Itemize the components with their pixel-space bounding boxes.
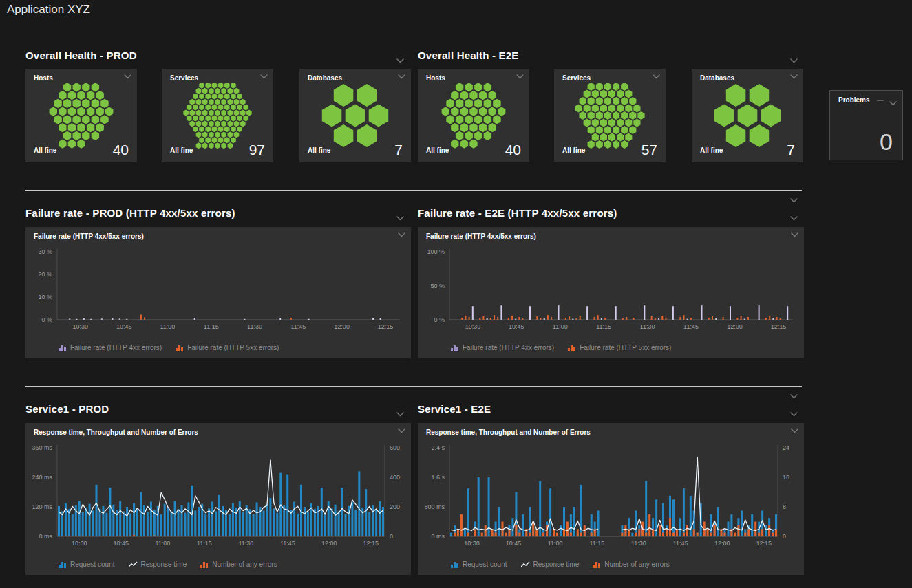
health-tile-hosts-e2e[interactable]: HostsAll fine40 <box>418 69 529 162</box>
chevron-down-icon[interactable] <box>790 193 798 206</box>
legend-item[interactable]: Request count <box>451 560 507 568</box>
legend-item[interactable]: Failure rate (HTTP 4xx errors) <box>451 344 554 351</box>
bar-series-icon <box>451 561 459 568</box>
chevron-down-icon[interactable] <box>790 54 798 66</box>
axis-label: 11:00 <box>155 540 170 547</box>
chevron-down-icon[interactable] <box>653 74 660 79</box>
line-series-icon <box>129 561 138 568</box>
chart-title: Failure rate (HTTP 4xx/5xx errors) <box>34 232 144 240</box>
chevron-down-icon[interactable] <box>791 232 798 237</box>
chevron-down-icon[interactable] <box>889 96 897 109</box>
chart-title: Response time, Throughput and Number of … <box>426 428 591 436</box>
bar-series-icon <box>59 561 67 568</box>
axis-label: 0 ms <box>39 533 52 540</box>
tile-status: All fine <box>562 146 585 154</box>
axis-label: 12:00 <box>714 540 730 547</box>
chart-tile-failure-e2e[interactable]: Failure rate (HTTP 4xx/5xx errors)0 %50 … <box>418 227 804 358</box>
chart-legend: Failure rate (HTTP 4xx errors)Failure ra… <box>451 344 671 351</box>
legend-item[interactable]: Number of any errors <box>593 560 669 568</box>
chevron-down-icon[interactable] <box>124 74 131 79</box>
legend-item[interactable]: Request count <box>59 560 115 568</box>
axis-label: 10:45 <box>506 540 522 547</box>
legend-item[interactable]: Number of any errors <box>200 560 277 568</box>
chevron-down-icon[interactable] <box>790 211 798 224</box>
legend-item[interactable]: Response time <box>521 560 580 568</box>
tile-status: All fine <box>170 146 193 154</box>
axis-label: 11:00 <box>160 323 176 330</box>
tile-status: All fine <box>700 146 723 154</box>
health-tile-databases-e2e[interactable]: DatabasesAll fine7 <box>692 69 803 162</box>
chevron-down-icon[interactable] <box>791 428 798 433</box>
chevron-down-icon[interactable] <box>396 54 404 66</box>
chart-tile-service-prod[interactable]: Response time, Throughput and Number of … <box>25 423 411 575</box>
axis-label: 10:30 <box>465 323 481 330</box>
axis-label: 8 <box>783 503 786 510</box>
axis-label: 12:00 <box>727 323 743 330</box>
axis-label: 11:30 <box>640 323 655 330</box>
bar-series-icon <box>568 345 576 351</box>
axis-label: 10 % <box>38 294 52 301</box>
axis-label: 2.4 s <box>431 444 445 451</box>
chevron-down-icon[interactable] <box>260 74 268 79</box>
tile-status: All fine <box>308 146 330 154</box>
legend-item[interactable]: Failure rate (HTTP 4xx errors) <box>59 344 162 351</box>
chevron-down-icon[interactable] <box>398 232 405 237</box>
legend-item[interactable]: Failure rate (HTTP 5xx errors) <box>568 344 671 351</box>
chevron-down-icon[interactable] <box>790 216 798 221</box>
chevron-down-icon[interactable] <box>396 216 404 221</box>
chevron-down-icon[interactable] <box>396 407 404 420</box>
chevron-down-icon[interactable] <box>889 101 897 106</box>
chevron-down-icon[interactable] <box>790 412 798 417</box>
bar-series-icon <box>200 561 209 568</box>
axis-label: 10:30 <box>464 540 480 547</box>
chevron-down-icon[interactable] <box>516 74 524 79</box>
tile-count: 57 <box>641 142 657 158</box>
problems-dash <box>877 100 884 101</box>
chart-plot-area: 0 %10 %20 %30 %10:3010:4511:0011:1511:30… <box>25 245 411 336</box>
chevron-down-icon[interactable] <box>396 211 404 224</box>
axis-label: 12:15 <box>363 540 379 547</box>
axis-label: 120 ms <box>32 503 52 510</box>
health-tile-services-prod[interactable]: ServicesAll fine97 <box>162 69 273 162</box>
problems-tile[interactable]: Problems 0 <box>829 90 903 160</box>
axis-label: 10:45 <box>509 323 524 330</box>
axis-label: 24 <box>783 444 789 451</box>
axis-label: 11:45 <box>280 540 295 547</box>
chart-tile-service-e2e[interactable]: Response time, Throughput and Number of … <box>418 423 804 575</box>
section-divider <box>25 386 802 387</box>
chart-legend: Request countResponse timeNumber of any … <box>451 560 670 568</box>
axis-label: 16 <box>783 474 789 481</box>
chevron-down-icon[interactable] <box>398 428 405 433</box>
axis-label: 0 % <box>434 316 445 323</box>
chevron-down-icon[interactable] <box>790 198 798 203</box>
legend-item[interactable]: Failure rate (HTTP 5xx errors) <box>176 344 279 351</box>
chart-plot-area: 0 %50 %100 %10:3010:4511:0011:1511:3011:… <box>418 245 804 336</box>
chevron-down-icon[interactable] <box>790 389 798 402</box>
tile-status: All fine <box>426 146 449 154</box>
legend-label: Number of any errors <box>212 560 277 568</box>
chevron-down-icon[interactable] <box>790 394 798 399</box>
chevron-down-icon[interactable] <box>396 58 404 63</box>
axis-label: 12:15 <box>378 323 394 330</box>
tile-count: 7 <box>787 142 795 158</box>
chart-title: Response time, Throughput and Number of … <box>34 428 198 436</box>
chevron-down-icon[interactable] <box>790 407 798 420</box>
health-tile-databases-prod[interactable]: DatabasesAll fine7 <box>299 69 411 162</box>
chevron-down-icon[interactable] <box>398 74 405 79</box>
line-series-icon <box>521 561 530 568</box>
legend-item[interactable]: Response time <box>129 560 187 568</box>
chart-tile-failure-prod[interactable]: Failure rate (HTTP 4xx/5xx errors)0 %10 … <box>25 227 411 358</box>
health-tile-hosts-prod[interactable]: HostsAll fine40 <box>25 69 137 162</box>
tile-count: 97 <box>249 142 265 158</box>
legend-label: Failure rate (HTTP 5xx errors) <box>187 344 279 351</box>
chart-legend: Request countResponse timeNumber of any … <box>59 560 277 568</box>
legend-label: Request count <box>70 560 115 568</box>
chevron-down-icon[interactable] <box>790 58 798 63</box>
chevron-down-icon[interactable] <box>790 74 798 79</box>
health-tile-services-e2e[interactable]: ServicesAll fine57 <box>554 69 666 162</box>
axis-label: 11:45 <box>683 323 699 330</box>
chevron-down-icon[interactable] <box>396 412 404 417</box>
section-title-failure-prod: Failure rate - PROD (HTTP 4xx/5xx errors… <box>25 207 235 219</box>
honeycomb-chart <box>418 80 529 151</box>
section-divider <box>25 190 802 191</box>
